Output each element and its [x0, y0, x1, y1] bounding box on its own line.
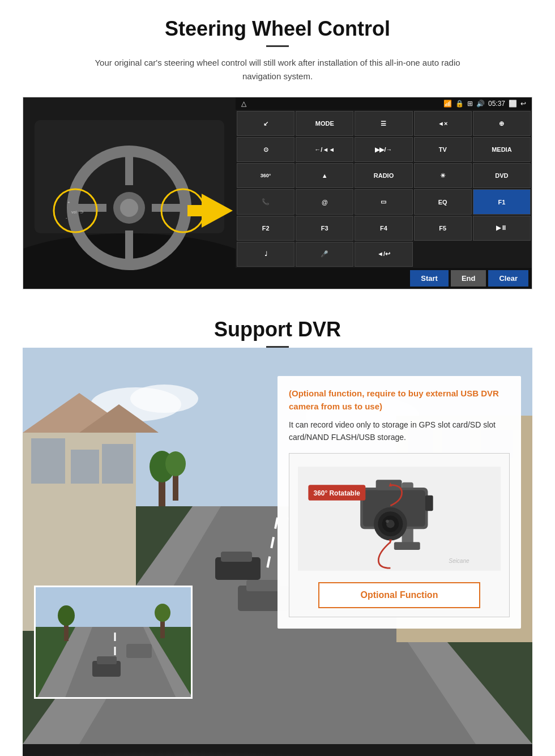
hu-btn-mirror[interactable]: ▭ — [355, 189, 412, 214]
lock-icon: 🔒 — [455, 100, 464, 108]
svg-rect-25 — [71, 450, 99, 484]
hu-btn-mute[interactable]: ◄× — [414, 111, 472, 136]
svg-point-9 — [120, 199, 138, 217]
svg-point-68 — [386, 520, 389, 523]
hu-btn-navigate[interactable]: ↙ — [237, 111, 294, 136]
dvr-optional-text: (Optional function, require to buy exter… — [289, 387, 510, 413]
hu-btn-mic[interactable]: 🎤 — [296, 242, 353, 267]
svg-rect-69 — [425, 495, 433, 511]
hu-btn-eq[interactable]: EQ — [414, 189, 472, 214]
hu-btn-radio[interactable]: RADIO — [355, 163, 412, 188]
dvr-content: (Optional function, require to buy exter… — [23, 348, 532, 744]
dashboard-strip — [23, 744, 532, 756]
svg-rect-63 — [376, 480, 402, 490]
sound-icon: 🔊 — [476, 100, 485, 108]
svg-text:+: + — [67, 200, 70, 205]
title-divider — [266, 45, 289, 47]
steering-wheel-section: Steering Wheel Control Your original car… — [0, 0, 555, 301]
clear-button[interactable]: Clear — [488, 270, 528, 287]
hu-btn-back[interactable]: ◄/↩ — [355, 242, 412, 267]
svg-rect-17 — [187, 205, 204, 216]
svg-text:Seicane: Seicane — [449, 558, 469, 564]
hu-btn-settings[interactable]: ⊙ — [237, 137, 294, 162]
window-icon: ⬜ — [509, 100, 517, 108]
status-left: △ — [241, 100, 246, 108]
svg-rect-60 — [394, 542, 420, 550]
home-icon: △ — [241, 100, 246, 108]
svg-rect-26 — [102, 444, 133, 484]
hu-btn-phone[interactable]: 📞 — [237, 189, 294, 214]
svg-rect-57 — [126, 644, 152, 658]
hu-btn-360[interactable]: 360° — [237, 163, 294, 188]
dvr-title: Support DVR — [23, 318, 532, 341]
svg-point-36 — [165, 451, 186, 476]
dash-gradient — [23, 744, 532, 756]
steering-composite: + vol - ⊃ △ 📶 🔒 ⊞ — [23, 97, 532, 289]
time-display: 05:37 — [488, 100, 505, 108]
grid-icon: ⊞ — [467, 100, 473, 108]
status-bar: △ 📶 🔒 ⊞ 🔊 05:37 ⬜ ↩ — [236, 97, 532, 110]
back-icon: ↩ — [520, 100, 526, 108]
hu-btn-f1[interactable]: F1 — [473, 189, 531, 214]
hu-btn-menu[interactable]: ☰ — [355, 111, 412, 136]
svg-text:vol: vol — [71, 210, 76, 214]
hu-button-grid: ↙ MODE ☰ ◄× ⊕ ⊙ ←/◄◄ ▶▶/→ TV MEDIA 360° … — [236, 110, 532, 268]
hu-btn-apps[interactable]: ⊕ — [473, 111, 531, 136]
svg-point-21 — [130, 385, 198, 413]
svg-text:⊃: ⊃ — [80, 210, 84, 215]
wifi-icon: 📶 — [443, 100, 452, 108]
dvr-info-box: (Optional function, require to buy exter… — [278, 376, 521, 629]
status-right: 📶 🔒 ⊞ 🔊 05:37 ⬜ ↩ — [443, 100, 526, 108]
hu-btn-next[interactable]: ▶▶/→ — [355, 137, 412, 162]
steering-description: Your original car's steering wheel contr… — [79, 56, 476, 83]
hu-btn-f4[interactable]: F4 — [355, 216, 412, 241]
hu-btn-mode[interactable]: MODE — [296, 111, 353, 136]
svg-rect-38 — [221, 552, 252, 562]
hu-btn-f5[interactable]: F5 — [414, 216, 472, 241]
hu-btn-f2[interactable]: F2 — [237, 216, 294, 241]
hu-btn-media[interactable]: MEDIA — [473, 137, 531, 162]
optional-function-button[interactable]: Optional Function — [318, 582, 480, 608]
hu-btn-music[interactable]: ♩ — [237, 242, 294, 267]
steering-wheel-bg: + vol - ⊃ — [23, 97, 236, 289]
hu-btn-eject[interactable]: ▲ — [296, 163, 353, 188]
dvr-description: It can record video only to storage in G… — [289, 418, 510, 444]
dvr-camera-box: 360° Rotatable Seicane Optional Function — [289, 453, 510, 617]
svg-rect-40 — [246, 580, 280, 591]
dvr-inset-photo — [34, 586, 193, 699]
hu-btn-playpause[interactable]: ▶⏸ — [473, 216, 531, 241]
svg-point-52 — [58, 605, 75, 626]
dvr-camera-visual: 360° Rotatable Seicane — [298, 462, 501, 575]
head-unit-ui: △ 📶 🔒 ⊞ 🔊 05:37 ⬜ ↩ ↙ MODE ☰ ◄× ⊕ — [236, 97, 532, 289]
dvr-section: Support DVR — [0, 301, 555, 756]
steering-photo: + vol - ⊃ — [23, 97, 236, 289]
end-button[interactable]: End — [451, 270, 486, 287]
svg-rect-24 — [31, 438, 65, 484]
svg-rect-56 — [97, 656, 117, 664]
hu-btn-f3[interactable]: F3 — [296, 216, 353, 241]
start-button[interactable]: Start — [410, 270, 449, 287]
hu-btn-prev[interactable]: ←/◄◄ — [296, 137, 353, 162]
hu-btn-dvd[interactable]: DVD — [473, 163, 531, 188]
steering-title: Steering Wheel Control — [23, 17, 532, 41]
hu-btn-brightness[interactable]: ☀ — [414, 163, 472, 188]
hu-btn-tv[interactable]: TV — [414, 137, 472, 162]
hu-btn-internet[interactable]: @ — [296, 189, 353, 214]
svg-text:-: - — [66, 215, 67, 220]
svg-point-54 — [155, 604, 170, 622]
svg-text:360° Rotatable: 360° Rotatable — [314, 489, 361, 497]
hu-bottom-bar: Start End Clear — [236, 268, 532, 289]
